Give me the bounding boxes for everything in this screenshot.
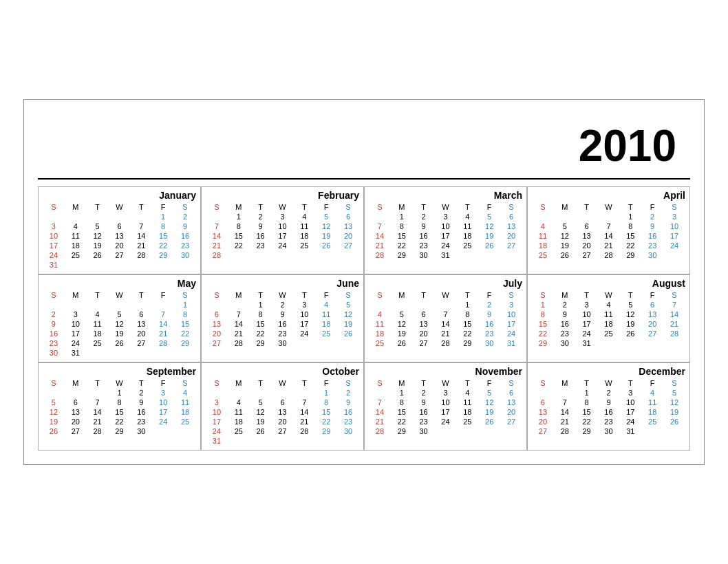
month-table: SMTWTFS123456789101112131415161718192021…: [369, 202, 522, 261]
calendar-day: 31: [65, 348, 87, 358]
calendar-day: [532, 212, 554, 221]
calendar-day: [641, 260, 663, 261]
calendar-day: 27: [65, 426, 87, 436]
calendar-day: 12: [663, 398, 685, 407]
day-header: S: [663, 378, 685, 388]
calendar-day: 31: [576, 338, 598, 348]
calendar-day: 10: [663, 221, 685, 231]
calendar-day: [206, 300, 228, 310]
calendar-day: 1: [250, 300, 272, 310]
day-header: W: [109, 202, 131, 212]
calendar-day: 31: [619, 426, 641, 436]
calendar-day: 31: [435, 250, 457, 260]
calendar-day: 23: [174, 241, 196, 250]
calendar-day: 12: [315, 221, 337, 231]
calendar-day: 10: [206, 407, 228, 417]
calendar-day: 6: [576, 221, 598, 231]
calendar-day: 17: [576, 319, 598, 329]
calendar-day: 29: [250, 338, 272, 348]
calendar-day: 26: [250, 426, 272, 436]
calendar-day: 2: [413, 388, 435, 398]
calendar-day: 4: [228, 398, 250, 407]
calendar-day: [272, 436, 294, 446]
calendar-day: 3: [272, 212, 294, 221]
calendar-day: [663, 338, 685, 348]
calendar-day: 27: [206, 338, 228, 348]
calendar-day: 18: [315, 319, 337, 329]
calendar-day: 24: [500, 329, 522, 338]
calendar-day: [532, 260, 554, 261]
day-header: T: [130, 202, 152, 212]
calendar-day: 8: [174, 310, 196, 319]
calendar-day: [293, 250, 315, 260]
calendar-day: [65, 436, 87, 437]
calendar-day: 3: [576, 300, 598, 310]
day-header: S: [663, 290, 685, 300]
calendar-day: 25: [641, 417, 663, 426]
calendar-day: 28: [554, 426, 576, 436]
calendar-day: 17: [272, 231, 294, 241]
calendar-day: 23: [478, 329, 500, 338]
calendar-day: [500, 250, 522, 260]
calendar-day: 26: [43, 426, 65, 436]
day-header: M: [228, 290, 250, 300]
calendar-day: 15: [391, 407, 413, 417]
calendar-day: [619, 260, 641, 261]
calendar-day: 18: [369, 329, 391, 338]
calendar-day: 26: [391, 338, 413, 348]
day-header: T: [87, 202, 109, 212]
calendar-day: [337, 338, 359, 348]
calendar-day: 1: [152, 212, 174, 221]
calendar-day: 27: [109, 250, 131, 260]
day-header: S: [532, 378, 554, 388]
calendar-day: 24: [206, 426, 228, 436]
calendar-day: [500, 260, 522, 261]
calendar-day: 7: [293, 398, 315, 407]
calendar-day: 20: [65, 417, 87, 426]
calendar-day: [109, 260, 131, 270]
calendar-day: [369, 348, 391, 349]
calendar-day: 19: [43, 417, 65, 426]
day-header: F: [315, 378, 337, 388]
calendar-day: [391, 436, 413, 437]
calendar-day: [250, 436, 272, 446]
calendar-day: 22: [619, 241, 641, 250]
calendar-day: 12: [478, 221, 500, 231]
calendar-day: 5: [337, 300, 359, 310]
calendar-day: [152, 436, 174, 437]
calendar-day: 8: [315, 398, 337, 407]
calendar-day: [43, 212, 65, 221]
month-table: SMTWTFS123456789101112131415161718192021…: [43, 202, 196, 270]
day-header: M: [65, 378, 87, 388]
calendar-day: 4: [456, 212, 478, 221]
calendar-day: 20: [413, 329, 435, 338]
calendar-day: 17: [206, 417, 228, 426]
calendar-day: 13: [500, 221, 522, 231]
calendar-day: 3: [65, 310, 87, 319]
calendar-day: 29: [315, 426, 337, 436]
calendar-day: 2: [554, 300, 576, 310]
calendar-day: 4: [315, 300, 337, 310]
calendar-day: [413, 300, 435, 310]
calendar-day: [87, 260, 109, 270]
day-header: M: [554, 290, 576, 300]
calendar-day: 27: [641, 329, 663, 338]
calendar-day: 14: [206, 231, 228, 241]
calendar-day: 7: [369, 221, 391, 231]
day-header: S: [337, 378, 359, 388]
calendar-day: [478, 436, 500, 437]
calendar-day: [663, 348, 685, 349]
calendar-day: 7: [554, 398, 576, 407]
month-june: JuneSMTWTFS12345678910111213141516171819…: [201, 274, 364, 362]
calendar-day: [413, 348, 435, 349]
day-header: T: [456, 290, 478, 300]
month-title: February: [206, 190, 359, 202]
calendar-day: 19: [663, 407, 685, 417]
calendar-day: [478, 348, 500, 349]
calendar-day: 15: [250, 319, 272, 329]
calendar-day: 20: [109, 241, 131, 250]
calendar-day: 24: [663, 241, 685, 250]
calendar-day: [641, 426, 663, 436]
calendar-day: 28: [435, 338, 457, 348]
calendar-day: 23: [598, 417, 620, 426]
